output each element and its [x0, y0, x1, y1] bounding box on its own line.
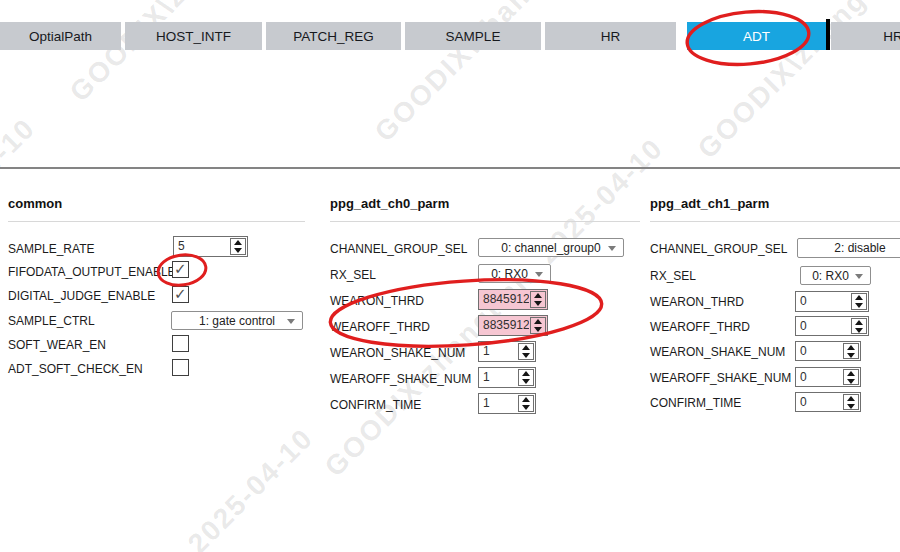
check-mark-icon: ✓ [174, 286, 188, 301]
spin-up-icon[interactable] [855, 295, 863, 300]
spinbox-value: 1 [479, 368, 517, 387]
spin-buttons[interactable] [530, 317, 546, 334]
label-ch1-channel-group-sel: CHANNEL_GROUP_SEL [650, 242, 787, 256]
tab-hr[interactable]: HR [545, 22, 676, 50]
spin-buttons[interactable] [851, 318, 867, 334]
spin-down-icon[interactable] [522, 379, 530, 384]
spin-down-icon[interactable] [847, 404, 855, 409]
panel-rule [650, 221, 900, 222]
label-ch0-channel-group-sel: CHANNEL_GROUP_SEL [330, 242, 467, 256]
spin-up-icon[interactable] [847, 396, 855, 401]
ch1-wearon-thrd-spinbox[interactable]: 0 [795, 291, 869, 312]
ch0-rx-sel-combobox[interactable]: 0: RX0 [478, 264, 551, 283]
tab-optialpath[interactable]: OptialPath [0, 22, 121, 50]
ch0-wearoff-thrd-spinbox[interactable]: 8835912 [478, 315, 548, 336]
label-adt-soft-check-en: ADT_SOFT_CHECK_EN [8, 362, 143, 376]
content-separator [0, 167, 900, 169]
spin-buttons[interactable] [851, 293, 867, 310]
spin-down-icon[interactable] [847, 353, 855, 358]
check-mark-icon: ✓ [174, 261, 188, 276]
tab-hr-2[interactable]: HR [831, 22, 900, 50]
soft-wear-en-checkbox[interactable] [172, 335, 189, 352]
chevron-down-icon [855, 274, 863, 279]
label-ch1-wearoff-shake-num: WEAROFF_SHAKE_NUM [650, 371, 791, 385]
spin-buttons[interactable] [518, 369, 534, 386]
spin-up-icon[interactable] [522, 397, 530, 402]
label-ch1-rx-sel: RX_SEL [650, 269, 696, 283]
spin-down-icon[interactable] [534, 327, 542, 332]
sample-ctrl-combobox[interactable]: 1: gate control [171, 311, 303, 330]
label-ch1-confirm-time: CONFIRM_TIME [650, 396, 741, 410]
combo-value: 2: disable [834, 241, 885, 255]
spinbox-value: 0 [796, 368, 842, 386]
spin-buttons[interactable] [843, 369, 859, 385]
tab-divider [826, 19, 830, 50]
spin-buttons[interactable] [843, 394, 859, 410]
ch0-wearon-thrd-spinbox[interactable]: 8845912 [478, 289, 548, 310]
ch1-rx-sel-combobox[interactable]: 0: RX0 [800, 266, 871, 285]
spin-down-icon[interactable] [855, 328, 863, 333]
tab-sample[interactable]: SAMPLE [405, 22, 541, 50]
panel-title-common: common [8, 196, 62, 211]
spin-down-icon[interactable] [847, 379, 855, 384]
ch1-channel-group-sel-combobox[interactable]: 2: disable [797, 238, 900, 258]
ch0-wearon-shake-num-spinbox[interactable]: 1 [478, 341, 536, 362]
ch0-confirm-time-spinbox[interactable]: 1 [478, 393, 536, 414]
spin-buttons[interactable] [230, 238, 246, 255]
spinbox-value: 5 [174, 237, 229, 256]
spin-down-icon[interactable] [522, 405, 530, 410]
chevron-down-icon [535, 272, 543, 277]
tab-patch-reg[interactable]: PATCH_REG [266, 22, 401, 50]
ch1-wearoff-shake-num-spinbox[interactable]: 0 [795, 367, 861, 387]
spinbox-value: 1 [479, 394, 517, 413]
panel-title-ch1: ppg_adt_ch1_parm [650, 196, 769, 211]
spin-down-icon[interactable] [534, 301, 542, 306]
spin-buttons[interactable] [530, 291, 546, 308]
spinbox-value: 0 [796, 317, 850, 335]
spin-up-icon[interactable] [847, 371, 855, 376]
ch1-wearon-shake-num-spinbox[interactable]: 0 [795, 341, 861, 361]
panel-title-ch0: ppg_adt_ch0_parm [330, 196, 449, 211]
ch0-channel-group-sel-combobox[interactable]: 0: channel_group0 [478, 238, 624, 257]
spin-down-icon[interactable] [855, 303, 863, 308]
ch1-confirm-time-spinbox[interactable]: 0 [795, 392, 861, 412]
spinbox-value: 0 [796, 393, 842, 411]
spinbox-value: 0 [796, 342, 842, 360]
watermark-text: GOODIX\zhangtmin 2025-04-10 [0, 422, 320, 552]
chevron-down-icon [608, 246, 616, 251]
spin-buttons[interactable] [843, 343, 859, 359]
spin-up-icon[interactable] [534, 293, 542, 298]
spin-up-icon[interactable] [847, 345, 855, 350]
combo-value: 0: channel_group0 [501, 241, 600, 255]
ch1-wearoff-thrd-spinbox[interactable]: 0 [795, 316, 869, 336]
spin-down-icon[interactable] [234, 248, 242, 253]
label-ch1-wearon-shake-num: WEARON_SHAKE_NUM [650, 345, 785, 359]
spinbox-value: 0 [796, 292, 850, 311]
sample-rate-spinbox[interactable]: 5 [173, 236, 248, 257]
spin-buttons[interactable] [518, 395, 534, 412]
label-ch0-wearon-thrd: WEARON_THRD [330, 294, 424, 308]
label-digital-judge-enable: DIGITAL_JUDGE_ENABLE [8, 289, 155, 303]
label-sample-ctrl: SAMPLE_CTRL [8, 314, 95, 328]
label-ch0-rx-sel: RX_SEL [330, 268, 376, 282]
ch0-wearoff-shake-num-spinbox[interactable]: 1 [478, 367, 536, 388]
spin-up-icon[interactable] [534, 319, 542, 324]
panel-rule [330, 221, 640, 222]
adt-soft-check-en-checkbox[interactable] [172, 359, 189, 376]
tab-host-intf[interactable]: HOST_INTF [125, 22, 262, 50]
label-ch0-wearoff-thrd: WEAROFF_THRD [330, 320, 430, 334]
watermark-text: GOODIX\zhangtmin 2025-04-10 [0, 112, 42, 463]
digital-judge-enable-checkbox[interactable]: ✓ [172, 286, 189, 303]
label-ch0-wearon-shake-num: WEARON_SHAKE_NUM [330, 346, 465, 360]
spin-buttons[interactable] [518, 343, 534, 360]
spin-up-icon[interactable] [855, 320, 863, 325]
spin-up-icon[interactable] [234, 240, 242, 245]
spin-up-icon[interactable] [522, 345, 530, 350]
tab-adt[interactable]: ADT [687, 22, 826, 50]
spin-up-icon[interactable] [522, 371, 530, 376]
label-sample-rate: SAMPLE_RATE [8, 242, 94, 256]
label-ch1-wearoff-thrd: WEAROFF_THRD [650, 320, 750, 334]
spin-down-icon[interactable] [522, 353, 530, 358]
fifodata-output-enable-checkbox[interactable]: ✓ [172, 261, 189, 278]
watermark-text: GOODIX\zhangtmin 2025-04-10 [64, 0, 415, 108]
